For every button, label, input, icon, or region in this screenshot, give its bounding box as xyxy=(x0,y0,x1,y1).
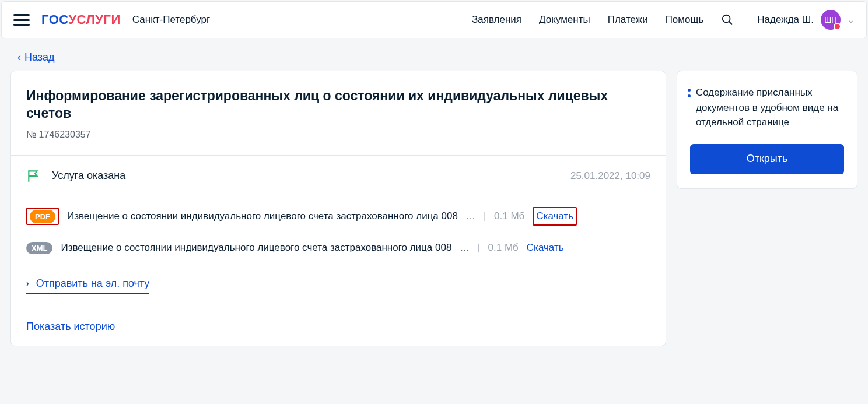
nav-applications[interactable]: Заявления xyxy=(472,14,522,26)
content-wrap: Информирование зарегистрированных лиц о … xyxy=(0,71,868,364)
status-date: 25.01.2022, 10:09 xyxy=(570,170,650,182)
avatar: ШН xyxy=(821,10,841,30)
file-row: PDF Извещение о состоянии индивидуальног… xyxy=(26,199,650,234)
logo[interactable]: ГОСУСЛУГИ xyxy=(41,12,121,27)
svg-point-0 xyxy=(723,15,730,23)
file-badge-xml: XML xyxy=(26,242,52,254)
nav-documents[interactable]: Документы xyxy=(539,14,590,26)
file-size: 0.1 Мб xyxy=(488,242,519,254)
file-row: XML Извещение о состоянии индивидуальног… xyxy=(26,234,650,262)
divider xyxy=(11,310,666,310)
file-name: Извещение о состоянии индивидуального ли… xyxy=(61,242,452,254)
send-email-label: Отправить на эл. почту xyxy=(36,277,150,290)
nav-help[interactable]: Помощь xyxy=(666,14,704,26)
download-link[interactable]: Скачать xyxy=(527,242,564,254)
download-link[interactable]: Скачать xyxy=(536,210,573,222)
user-name: Надежда Ш. xyxy=(757,14,814,26)
back-label: Назад xyxy=(24,51,55,64)
send-email-link[interactable]: › Отправить на эл. почту xyxy=(26,277,149,294)
city-label[interactable]: Санкт-Петербург xyxy=(132,14,210,26)
file-separator: | xyxy=(477,243,480,253)
back-link[interactable]: ‹ Назад xyxy=(0,40,868,71)
file-ellipsis: … xyxy=(460,243,469,253)
page-title: Информирование зарегистрированных лиц о … xyxy=(26,87,650,122)
chevron-left-icon: ‹ xyxy=(18,51,21,64)
main-nav: Заявления Документы Платежи Помощь Надеж… xyxy=(472,10,855,30)
flag-icon xyxy=(26,168,41,184)
search-icon[interactable] xyxy=(721,13,734,26)
chevron-down-icon[interactable]: ⌄ xyxy=(848,15,855,24)
request-number: № 1746230357 xyxy=(26,129,650,140)
file-name: Извещение о состоянии индивидуального ли… xyxy=(67,210,458,222)
file-badge-highlight: PDF xyxy=(26,208,59,225)
menu-icon[interactable] xyxy=(13,14,30,26)
main-card: Информирование зарегистрированных лиц о … xyxy=(10,71,666,346)
chevron-right-icon: › xyxy=(26,279,29,288)
show-history-link[interactable]: Показать историю xyxy=(26,321,650,333)
divider xyxy=(11,155,666,156)
file-size: 0.1 Мб xyxy=(494,210,524,222)
svg-line-1 xyxy=(729,22,733,25)
file-badge-pdf: PDF xyxy=(30,210,55,223)
file-separator: | xyxy=(484,211,486,222)
nav-payments[interactable]: Платежи xyxy=(608,14,648,26)
download-highlight: Скачать xyxy=(533,207,577,226)
status-row: Услуга оказана 25.01.2022, 10:09 xyxy=(26,168,650,184)
sidebar-card: Содержание присланных документов в удобн… xyxy=(677,71,858,189)
open-button[interactable]: Открыть xyxy=(690,144,844,174)
topbar: ГОСУСЛУГИ Санкт-Петербург Заявления Доку… xyxy=(1,1,867,38)
status-text: Услуга оказана xyxy=(52,170,125,182)
sidebar-text: Содержание присланных документов в удобн… xyxy=(690,85,844,130)
user-block[interactable]: Надежда Ш. ШН ⌄ xyxy=(757,10,855,30)
file-ellipsis: … xyxy=(466,211,475,222)
